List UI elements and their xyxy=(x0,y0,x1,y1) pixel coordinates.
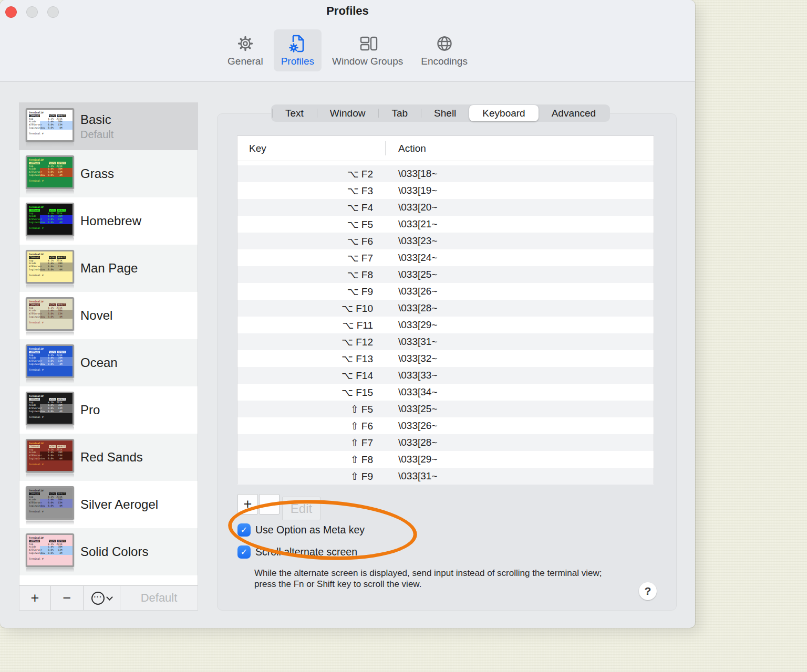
key-cell: ⌥ F9 xyxy=(237,286,386,298)
key-cell: ⌥ F11 xyxy=(237,319,386,331)
key-cell: ⌥ F2 xyxy=(237,168,386,180)
thumbnail-reflection xyxy=(26,379,74,383)
profile-list-item[interactable]: Terminal1# COMMAND %CPU RPRVT top 4.1% 2… xyxy=(19,528,198,575)
toolbar-item-encodings[interactable]: Encodings xyxy=(413,29,475,71)
document-gear-icon xyxy=(287,33,308,54)
action-cell: \033[25~ xyxy=(386,403,438,415)
terminal-preview-image: Terminal1# COMMAND %CPU RPRVT top 4.1% 2… xyxy=(26,108,74,142)
tab[interactable]: Shell xyxy=(421,104,469,122)
toolbar-item-window-groups[interactable]: Window Groups xyxy=(325,29,410,71)
table-row[interactable]: ⌥ F7 \033[24~ xyxy=(237,249,654,266)
table-row[interactable]: ⇧ F7 \033[28~ xyxy=(237,434,654,451)
profile-thumbnail: Terminal1# COMMAND %CPU RPRVT top 4.1% 2… xyxy=(26,155,74,194)
profile-list-item[interactable]: Terminal1# COMMAND %CPU RPRVT top 4.1% 2… xyxy=(19,197,198,245)
profile-name: Basic xyxy=(80,112,113,127)
profile-list-item[interactable]: Terminal1# COMMAND %CPU RPRVT top 4.1% 2… xyxy=(19,339,198,386)
action-cell: \033[26~ xyxy=(386,420,438,432)
table-row[interactable]: ⌥ F4 \033[20~ xyxy=(237,199,654,216)
tab[interactable]: Text xyxy=(272,104,317,122)
profile-list-item[interactable]: Terminal1# COMMAND %CPU RPRVT top 4.1% 2… xyxy=(19,386,198,434)
help-button[interactable]: ? xyxy=(639,582,657,600)
table-row[interactable]: ⌥ F8 \033[25~ xyxy=(237,266,654,283)
profile-name: Solid Colors xyxy=(80,544,148,559)
column-header-action[interactable]: Action xyxy=(386,143,426,154)
toolbar-item-general[interactable]: General xyxy=(220,29,271,71)
toolbar-item-profiles[interactable]: Profiles xyxy=(274,29,322,71)
edit-mapping-button[interactable]: Edit xyxy=(282,497,320,520)
tab[interactable]: Window xyxy=(317,104,379,122)
profile-name: Homebrew xyxy=(80,214,141,228)
key-cell: ⌥ F3 xyxy=(237,185,386,197)
window-title: Profiles xyxy=(0,4,695,18)
terminal-preview-image: Terminal1# COMMAND %CPU RPRVT top 4.1% 2… xyxy=(26,297,74,331)
key-cell: ⌥ F13 xyxy=(237,353,386,365)
titlebar: Profiles xyxy=(0,0,695,82)
terminal-preview-image: Terminal1# COMMAND %CPU RPRVT top 4.1% 2… xyxy=(26,486,74,520)
action-cell: \033[34~ xyxy=(386,386,438,398)
key-cell: ⌥ F5 xyxy=(237,218,386,230)
action-cell: \033[26~ xyxy=(386,286,438,297)
checkbox-label[interactable]: Use Option as Meta key xyxy=(255,524,365,536)
preferences-toolbar: General xyxy=(0,29,695,71)
key-cell: ⌥ F4 xyxy=(237,202,386,214)
profile-name: Silver Aerogel xyxy=(80,497,158,512)
table-row[interactable]: ⇧ F9 \033[31~ xyxy=(237,468,654,485)
table-row[interactable]: ⌥ F10 \033[28~ xyxy=(237,300,654,317)
table-row[interactable]: ⌥ F6 \033[23~ xyxy=(237,233,654,249)
table-row[interactable]: ⌥ F5 \033[21~ xyxy=(237,216,654,233)
terminal-preview-image: Terminal1# COMMAND %CPU RPRVT top 4.1% 2… xyxy=(26,344,74,378)
table-rows: ⌥ F2 \033[18~ ⌥ F3 \033[19~ ⌥ F4 \033[20… xyxy=(237,165,654,485)
settings-tabbar: TextWindowTabShellKeyboardAdvanced xyxy=(271,104,610,122)
remove-mapping-button[interactable]: − xyxy=(259,494,280,514)
table-row[interactable]: ⌥ F12 \033[31~ xyxy=(237,333,654,350)
action-cell: \033[32~ xyxy=(386,353,438,364)
table-row[interactable]: ⌥ F9 \033[26~ xyxy=(237,283,654,300)
add-profile-button[interactable]: + xyxy=(19,586,51,610)
remove-profile-button[interactable]: − xyxy=(51,586,84,610)
tab[interactable]: Keyboard xyxy=(469,105,538,121)
profile-list-item[interactable]: Terminal1# COMMAND %CPU RPRVT top 4.1% 2… xyxy=(19,245,198,292)
profile-list-item[interactable]: Terminal1# COMMAND %CPU RPRVT top 4.1% 2… xyxy=(19,292,198,339)
tab[interactable]: Advanced xyxy=(539,104,609,122)
profile-actions-menu-button[interactable]: ··· xyxy=(84,586,120,610)
profile-list-item[interactable]: Terminal1# COMMAND %CPU RPRVT top 4.1% 2… xyxy=(19,481,198,528)
action-cell: \033[19~ xyxy=(386,185,438,196)
key-cell: ⌥ F15 xyxy=(237,386,386,398)
action-cell: \033[31~ xyxy=(386,336,438,348)
thumbnail-reflection xyxy=(26,474,74,478)
profile-list-footer: + − ··· Default xyxy=(19,585,198,610)
profile-thumbnail: Terminal1# COMMAND %CPU RPRVT top 4.1% 2… xyxy=(26,533,74,572)
profile-list-item[interactable]: Terminal1# COMMAND %CPU RPRVT top 4.1% 2… xyxy=(19,434,198,481)
thumbnail-reflection xyxy=(26,190,74,194)
column-header-key[interactable]: Key xyxy=(237,136,386,161)
key-cell: ⌥ F10 xyxy=(237,302,386,314)
table-row[interactable]: ⇧ F5 \033[25~ xyxy=(237,401,654,417)
checkbox-scroll-alternate-screen[interactable]: ✓ xyxy=(237,545,251,559)
option-scroll-alternate-screen: ✓ Scroll alternate screen xyxy=(237,545,357,559)
profile-thumbnail: Terminal1# COMMAND %CPU RPRVT top 4.1% 2… xyxy=(26,297,74,336)
checkbox-use-option-as-meta[interactable]: ✓ xyxy=(237,523,251,537)
key-cell: ⇧ F7 xyxy=(237,437,386,449)
set-default-button[interactable]: Default xyxy=(120,586,198,610)
key-cell: ⇧ F6 xyxy=(237,420,386,432)
table-row[interactable]: ⇧ F6 \033[26~ xyxy=(237,417,654,434)
terminal-preview-image: Terminal1# COMMAND %CPU RPRVT top 4.1% 2… xyxy=(26,250,74,284)
table-row[interactable]: ⌥ F11 \033[29~ xyxy=(237,317,654,333)
globe-icon xyxy=(434,33,455,54)
table-header: Key Action xyxy=(237,136,654,161)
table-row[interactable]: ⌥ F13 \033[32~ xyxy=(237,350,654,367)
key-cell: ⌥ F12 xyxy=(237,336,386,348)
profile-list-item[interactable]: Terminal1# COMMAND %CPU RPRVT top 4.1% 2… xyxy=(19,103,198,150)
add-mapping-button[interactable]: + xyxy=(237,494,258,514)
table-row[interactable]: ⇧ F8 \033[29~ xyxy=(237,451,654,468)
table-row[interactable]: ⌥ F15 \033[34~ xyxy=(237,384,654,401)
table-row[interactable]: ⌥ F2 \033[18~ xyxy=(237,165,654,182)
table-row[interactable]: ⌥ F3 \033[19~ xyxy=(237,182,654,199)
checkbox-label[interactable]: Scroll alternate screen xyxy=(255,546,357,558)
profile-thumbnail: Terminal1# COMMAND %CPU RPRVT top 4.1% 2… xyxy=(26,344,74,383)
table-row[interactable]: ⌥ F14 \033[33~ xyxy=(237,367,654,384)
profile-rows: Terminal1# COMMAND %CPU RPRVT top 4.1% 2… xyxy=(19,103,198,575)
key-cell: ⇧ F8 xyxy=(237,454,386,466)
tab[interactable]: Tab xyxy=(378,104,421,122)
profile-list-item[interactable]: Terminal1# COMMAND %CPU RPRVT top 4.1% 2… xyxy=(19,150,198,197)
